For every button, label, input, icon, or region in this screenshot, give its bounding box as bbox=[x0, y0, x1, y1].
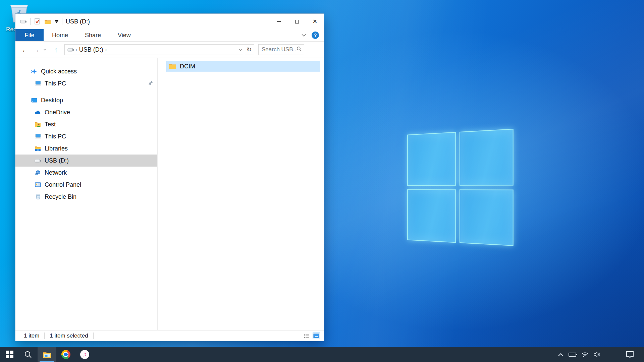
sidebar-item-label: Network bbox=[45, 169, 67, 176]
item-count: 1 item bbox=[24, 333, 39, 339]
battery-icon[interactable] bbox=[567, 347, 579, 362]
sidebar-item-test[interactable]: Test bbox=[15, 118, 157, 130]
this-pc-icon bbox=[35, 134, 41, 139]
tab-share[interactable]: Share bbox=[76, 29, 109, 41]
taskbar: ♫ bbox=[0, 347, 644, 362]
windows-logo-pane bbox=[459, 129, 513, 185]
quick-access-star-icon bbox=[31, 68, 38, 74]
status-separator bbox=[93, 333, 94, 339]
recent-locations-chevron-icon[interactable] bbox=[42, 44, 48, 55]
toolbar-separator bbox=[30, 18, 31, 25]
windows-logo-pane bbox=[407, 189, 456, 243]
sidebar-item-desktop[interactable]: Desktop bbox=[15, 94, 157, 106]
network-globe-icon bbox=[35, 170, 41, 175]
breadcrumb-segment[interactable]: USB (D:) bbox=[78, 46, 104, 53]
breadcrumb-chevron-icon[interactable]: › bbox=[104, 47, 108, 52]
sidebar-item-label: USB (D:) bbox=[45, 157, 69, 164]
new-folder-icon[interactable] bbox=[44, 18, 51, 25]
sidebar-item-label: OneDrive bbox=[45, 109, 70, 116]
tab-view[interactable]: View bbox=[109, 29, 139, 41]
recycle-bin-small-icon bbox=[35, 194, 41, 199]
chrome-icon bbox=[61, 350, 70, 359]
sidebar-item-label: Control Panel bbox=[45, 181, 81, 188]
action-center-icon[interactable] bbox=[624, 347, 636, 362]
search-icon[interactable] bbox=[297, 46, 302, 53]
sidebar-item-label: This PC bbox=[45, 80, 66, 87]
file-item-name: DCIM bbox=[180, 63, 195, 70]
sidebar-item-this-pc-pinned[interactable]: This PC bbox=[15, 77, 157, 89]
volume-icon[interactable] bbox=[591, 347, 603, 362]
sidebar-item-network[interactable]: Network bbox=[15, 167, 157, 179]
system-tray bbox=[555, 347, 644, 362]
details-view-toggle[interactable] bbox=[303, 333, 310, 339]
onedrive-cloud-icon bbox=[35, 110, 41, 115]
properties-icon[interactable] bbox=[34, 18, 41, 25]
tray-show-hidden-icons-chevron[interactable] bbox=[555, 347, 567, 362]
maximize-button[interactable] bbox=[288, 14, 306, 29]
taskbar-file-explorer-button[interactable] bbox=[38, 347, 56, 362]
address-dropdown-chevron-icon[interactable] bbox=[238, 47, 243, 53]
sidebar-item-label: Quick access bbox=[41, 68, 77, 75]
breadcrumb-chevron-icon[interactable]: › bbox=[74, 47, 78, 52]
toolbar-separator bbox=[62, 18, 62, 25]
back-button[interactable]: ← bbox=[19, 44, 31, 55]
taskbar-itunes-button[interactable]: ♫ bbox=[75, 347, 94, 362]
window-title: USB (D:) bbox=[66, 18, 90, 25]
pin-icon bbox=[148, 80, 153, 87]
desktop-wallpaper: Recycle Bin bbox=[0, 0, 644, 362]
forward-button[interactable]: → bbox=[31, 44, 42, 55]
windows-start-icon bbox=[5, 350, 14, 359]
folder-icon bbox=[169, 63, 176, 70]
libraries-icon bbox=[35, 146, 41, 151]
sidebar-item-onedrive[interactable]: OneDrive bbox=[15, 106, 157, 118]
large-icons-view-toggle[interactable] bbox=[313, 333, 320, 339]
tab-home[interactable]: Home bbox=[44, 29, 76, 41]
help-button[interactable]: ? bbox=[312, 32, 319, 39]
desktop-icon bbox=[31, 98, 38, 103]
usb-drive-icon bbox=[35, 159, 41, 163]
usb-drive-icon[interactable] bbox=[20, 18, 27, 25]
refresh-button[interactable]: ↻ bbox=[244, 44, 254, 55]
windows-logo-pane bbox=[407, 132, 456, 186]
quick-access-toolbar bbox=[15, 18, 62, 25]
status-bar: 1 item 1 item selected bbox=[15, 330, 324, 341]
address-drive-icon[interactable] bbox=[67, 48, 74, 52]
address-bar[interactable]: › USB (D:) › bbox=[64, 44, 244, 55]
sidebar-item-label: This PC bbox=[45, 133, 66, 140]
windows-logo-wallpaper bbox=[407, 129, 514, 246]
tab-file[interactable]: File bbox=[15, 29, 44, 41]
sidebar-item-this-pc[interactable]: This PC bbox=[15, 130, 157, 142]
file-list-pane[interactable]: DCIM bbox=[158, 58, 324, 330]
minimize-button[interactable] bbox=[270, 14, 288, 29]
ribbon-tabs: File Home Share View ? bbox=[15, 29, 324, 42]
file-explorer-window: USB (D:) × File Home Share View ? ← → bbox=[15, 13, 324, 341]
up-button[interactable]: ↑ bbox=[50, 44, 62, 55]
network-wifi-icon[interactable] bbox=[579, 347, 591, 362]
sidebar-item-libraries[interactable]: Libraries bbox=[15, 142, 157, 155]
windows-logo-pane bbox=[459, 189, 513, 246]
sidebar-item-quick-access[interactable]: Quick access bbox=[15, 65, 157, 77]
close-button[interactable]: × bbox=[306, 14, 324, 29]
selection-count: 1 item selected bbox=[50, 333, 88, 339]
sidebar-item-recycle-bin[interactable]: Recycle Bin bbox=[15, 191, 157, 203]
search-input[interactable] bbox=[262, 46, 297, 53]
title-bar[interactable]: USB (D:) × bbox=[15, 14, 324, 29]
status-separator bbox=[44, 333, 45, 339]
sidebar-item-usb-drive[interactable]: USB (D:) bbox=[15, 155, 157, 167]
taskbar-chrome-button[interactable] bbox=[56, 347, 75, 362]
sidebar-item-label: Test bbox=[45, 121, 56, 128]
search-box bbox=[258, 44, 304, 55]
start-button[interactable] bbox=[0, 347, 19, 362]
taskbar-search-button[interactable] bbox=[19, 347, 38, 362]
navigation-bar: ← → ↑ › USB (D:) › bbox=[15, 42, 324, 58]
sidebar-item-label: Desktop bbox=[41, 97, 63, 104]
expand-ribbon-chevron-icon[interactable] bbox=[302, 32, 306, 38]
customize-toolbar-dropdown-icon[interactable] bbox=[54, 20, 59, 23]
itunes-icon: ♫ bbox=[80, 350, 89, 359]
sidebar-item-control-panel[interactable]: Control Panel bbox=[15, 179, 157, 191]
file-explorer-icon bbox=[43, 351, 52, 358]
file-item-dcim[interactable]: DCIM bbox=[166, 61, 320, 72]
caption-buttons: × bbox=[270, 14, 324, 29]
this-pc-icon bbox=[35, 81, 41, 86]
navigation-pane: Quick access This PC bbox=[15, 58, 158, 330]
